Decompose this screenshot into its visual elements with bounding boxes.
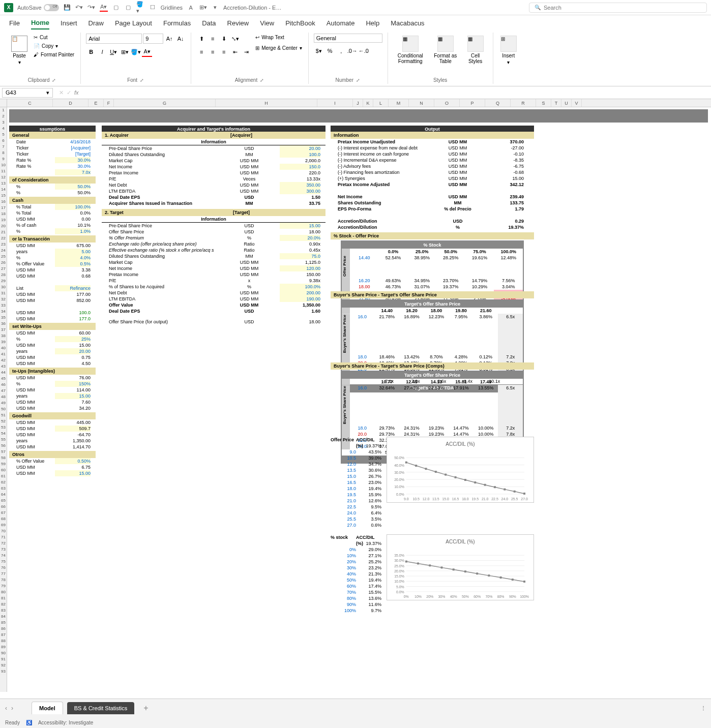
row-header[interactable]: 79 <box>0 583 7 589</box>
row-header[interactable]: 54 <box>0 431 7 437</box>
row-header[interactable]: 31 <box>0 290 7 296</box>
dialog-launcher-icon[interactable]: ⤢ <box>259 78 264 83</box>
sheet-tab-bs[interactable]: BS & Credit Statistics <box>67 702 135 714</box>
row-header[interactable]: 71 <box>0 534 7 540</box>
col-header[interactable]: G <box>114 99 216 107</box>
insert-button[interactable]: ⊞Insert▾ <box>498 34 519 67</box>
col-header[interactable]: J <box>353 99 363 107</box>
tab-formulas[interactable]: Formulas <box>163 17 191 29</box>
row-header[interactable]: 26 <box>0 260 7 266</box>
wrap-text-button[interactable]: ↩Wrap Text <box>254 34 303 41</box>
row-header[interactable]: 24 <box>0 248 7 254</box>
row-header[interactable]: 46 <box>0 382 7 388</box>
row-header[interactable]: 77 <box>0 571 7 577</box>
row-header[interactable]: 78 <box>0 577 7 583</box>
row-header[interactable]: 56 <box>0 443 7 449</box>
row-header[interactable]: 42 <box>0 357 7 363</box>
sheet-tab-model[interactable]: Model <box>32 702 63 714</box>
row-header[interactable]: 27 <box>0 266 7 272</box>
col-header[interactable]: F <box>104 99 114 107</box>
dialog-launcher-icon[interactable]: ⤢ <box>355 78 361 83</box>
row-header[interactable]: 22 <box>0 235 7 241</box>
tab-pitchbook[interactable]: PitchBook <box>285 17 315 29</box>
row-header[interactable]: 59 <box>0 461 7 467</box>
row-header[interactable]: 15 <box>0 193 7 199</box>
increase-decimal-icon[interactable]: .0→ <box>347 46 358 56</box>
col-header[interactable]: U <box>561 99 572 107</box>
row-header[interactable]: 53 <box>0 424 7 431</box>
row-header[interactable]: 89 <box>0 644 7 650</box>
font-color-qat-icon[interactable]: A▾ <box>100 4 108 12</box>
row-header[interactable]: 67 <box>0 510 7 516</box>
gridlines-checkbox[interactable]: ☐ <box>149 4 157 12</box>
row-header[interactable]: 44 <box>0 370 7 376</box>
col-header[interactable]: H <box>216 99 317 107</box>
row-header[interactable]: 70 <box>0 528 7 534</box>
row-header[interactable]: 17 <box>0 205 7 211</box>
format-as-table-button[interactable]: ▦Format as Table <box>431 34 460 66</box>
row-header[interactable]: 39 <box>0 339 7 345</box>
cancel-icon[interactable]: ✕ <box>59 89 64 96</box>
row-header[interactable]: 68 <box>0 516 7 522</box>
formula-input[interactable] <box>83 88 711 97</box>
tab-help[interactable]: Help <box>366 17 379 29</box>
autosave-toggle[interactable]: AutoSave Off <box>17 4 59 11</box>
enter-icon[interactable]: ✓ <box>67 89 71 96</box>
row-header[interactable]: 74 <box>0 553 7 559</box>
row-header[interactable]: 16 <box>0 199 7 205</box>
row-header[interactable]: 50 <box>0 406 7 412</box>
qat-icon[interactable]: ▢ <box>112 4 120 12</box>
row-header[interactable]: 25 <box>0 254 7 260</box>
row-header[interactable]: 60 <box>0 467 7 473</box>
row-header[interactable]: 88 <box>0 638 7 644</box>
underline-button[interactable]: U▾ <box>108 47 118 57</box>
chart[interactable]: ACC/DIL (%)0.0%5.0%10.0%15.0%20.0%25.0%3… <box>387 534 534 600</box>
font-size-select[interactable] <box>143 34 163 44</box>
col-header[interactable]: R <box>511 99 536 107</box>
orientation-icon[interactable]: ⤡▾ <box>230 34 240 44</box>
row-header[interactable]: 82 <box>0 601 7 608</box>
row-header[interactable]: 52 <box>0 418 7 424</box>
row-header[interactable]: 2 <box>0 113 7 119</box>
tab-review[interactable]: Review <box>227 17 249 29</box>
row-header[interactable]: 5 <box>0 132 7 138</box>
row-header[interactable]: 87 <box>0 632 7 638</box>
chart[interactable]: ACC/DIL (%)0.0%10.0%20.0%30.0%40.0%50.0%… <box>387 437 534 503</box>
row-header[interactable]: 76 <box>0 565 7 571</box>
row-header[interactable]: 6 <box>0 138 7 144</box>
col-header[interactable]: O <box>434 99 460 107</box>
cell-styles-button[interactable]: ▦Cell Styles <box>463 34 488 66</box>
row-header[interactable]: 80 <box>0 589 7 595</box>
row-header[interactable]: 83 <box>0 608 7 614</box>
row-header[interactable]: 13 <box>0 180 7 187</box>
row-header[interactable]: 23 <box>0 241 7 248</box>
row-header[interactable]: 3 <box>0 119 7 126</box>
row-header[interactable]: 64 <box>0 492 7 498</box>
row-header[interactable]: 57 <box>0 449 7 455</box>
tab-macabacus[interactable]: Macabacus <box>391 17 424 29</box>
tab-view[interactable]: View <box>260 17 274 29</box>
fill-qat-icon[interactable]: 🪣▾ <box>136 4 144 12</box>
fx-icon[interactable]: fx <box>74 89 79 96</box>
row-header[interactable]: 12 <box>0 174 7 180</box>
row-header[interactable]: 43 <box>0 363 7 370</box>
row-header[interactable]: 49 <box>0 400 7 406</box>
row-header[interactable]: 9 <box>0 156 7 162</box>
accessibility-icon[interactable]: ♿ <box>26 720 32 725</box>
undo-icon[interactable]: ↶▾ <box>75 4 83 12</box>
row-header[interactable]: 40 <box>0 345 7 351</box>
tab-draw[interactable]: Draw <box>88 17 104 29</box>
percent-icon[interactable]: % <box>325 46 335 56</box>
format-painter-button[interactable]: 🖌Format Painter <box>33 51 75 58</box>
row-header[interactable]: 29 <box>0 278 7 284</box>
row-header[interactable]: 51 <box>0 412 7 418</box>
qat-dropdown-icon[interactable]: ▾ <box>211 4 219 12</box>
row-header[interactable]: 19 <box>0 217 7 223</box>
merge-center-button[interactable]: ⊞Merge & Center ▾ <box>254 44 303 52</box>
col-header[interactable]: D <box>53 99 88 107</box>
italic-button[interactable]: I <box>97 47 107 57</box>
qat-icon[interactable]: ▢ <box>124 4 132 12</box>
paste-button[interactable]: 📋 Paste ▾ <box>9 34 29 67</box>
search-input[interactable] <box>544 5 701 11</box>
row-header[interactable]: 92 <box>0 662 7 669</box>
